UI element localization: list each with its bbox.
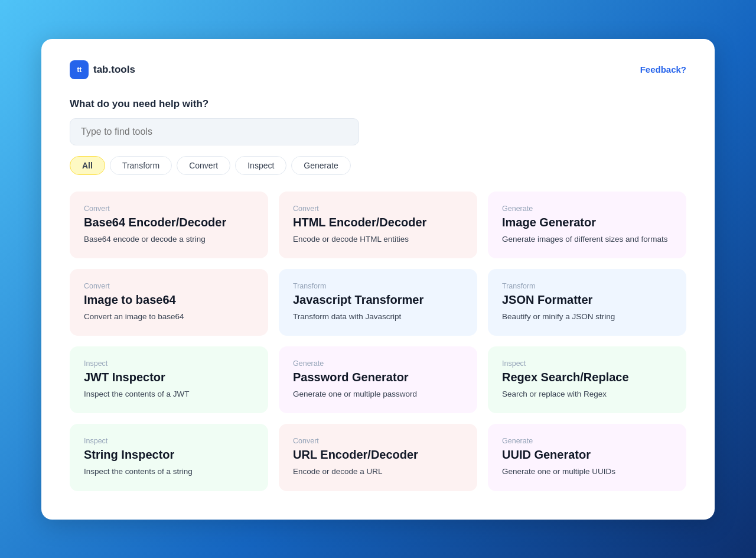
tool-card[interactable]: TransformJavascript TransformerTransform… bbox=[279, 269, 477, 336]
tool-card[interactable]: InspectRegex Search/ReplaceSearch or rep… bbox=[488, 346, 686, 413]
tool-category: Generate bbox=[293, 359, 463, 368]
tool-description: Transform data with Javascript bbox=[293, 311, 463, 323]
tool-card[interactable]: GenerateImage GeneratorGenerate images o… bbox=[488, 192, 686, 258]
logo-icon: tt bbox=[70, 60, 89, 79]
tool-description: Inspect the contents of a string bbox=[84, 466, 254, 478]
tool-description: Encode or decode a URL bbox=[293, 466, 463, 478]
filter-inspect[interactable]: Inspect bbox=[235, 156, 286, 175]
tool-card[interactable]: InspectJWT InspectorInspect the contents… bbox=[70, 346, 268, 413]
tool-name: UUID Generator bbox=[502, 447, 672, 462]
filter-generate[interactable]: Generate bbox=[291, 156, 350, 175]
filter-bar: All Transform Convert Inspect Generate bbox=[70, 156, 686, 175]
header: tt tab.tools Feedback? bbox=[70, 60, 686, 79]
logo: tt tab.tools bbox=[70, 60, 135, 79]
search-input[interactable] bbox=[70, 118, 359, 145]
tool-name: Base64 Encoder/Decoder bbox=[84, 215, 254, 229]
tool-category: Convert bbox=[293, 205, 463, 213]
tool-name: Regex Search/Replace bbox=[502, 370, 672, 384]
tool-card[interactable]: TransformJSON FormatterBeautify or minif… bbox=[488, 269, 686, 336]
tool-category: Convert bbox=[293, 437, 463, 445]
tool-name: Password Generator bbox=[293, 370, 463, 384]
logo-text: tab.tools bbox=[93, 64, 135, 76]
tool-description: Generate one or multiple UUIDs bbox=[502, 466, 672, 478]
tool-category: Inspect bbox=[502, 359, 672, 368]
tool-name: JWT Inspector bbox=[84, 370, 254, 384]
tool-description: Beautify or minify a JSON string bbox=[502, 311, 672, 323]
tool-description: Search or replace with Regex bbox=[502, 388, 672, 400]
main-card: tt tab.tools Feedback? What do you need … bbox=[41, 39, 715, 520]
tool-name: Image to base64 bbox=[84, 293, 254, 307]
tool-name: Image Generator bbox=[502, 215, 672, 229]
filter-all[interactable]: All bbox=[70, 156, 105, 175]
tool-description: Generate images of different sizes and f… bbox=[502, 233, 672, 245]
tool-card[interactable]: ConvertHTML Encoder/DecoderEncode or dec… bbox=[279, 192, 477, 258]
tool-card[interactable]: ConvertURL Encoder/DecoderEncode or deco… bbox=[279, 424, 477, 491]
tool-card[interactable]: ConvertBase64 Encoder/DecoderBase64 enco… bbox=[70, 192, 268, 258]
filter-transform[interactable]: Transform bbox=[110, 156, 172, 175]
tool-category: Convert bbox=[84, 282, 254, 290]
filter-convert[interactable]: Convert bbox=[177, 156, 230, 175]
tool-card[interactable]: GenerateUUID GeneratorGenerate one or mu… bbox=[488, 424, 686, 491]
tool-category: Inspect bbox=[84, 437, 254, 445]
section-title: What do you need help with? bbox=[70, 98, 686, 110]
tool-category: Generate bbox=[502, 205, 672, 213]
tool-category: Inspect bbox=[84, 359, 254, 368]
tool-name: JSON Formatter bbox=[502, 293, 672, 307]
tool-card[interactable]: InspectString InspectorInspect the conte… bbox=[70, 424, 268, 491]
tool-category: Transform bbox=[502, 282, 672, 290]
tool-card[interactable]: ConvertImage to base64Convert an image t… bbox=[70, 269, 268, 336]
tool-name: Javascript Transformer bbox=[293, 293, 463, 307]
tools-grid: ConvertBase64 Encoder/DecoderBase64 enco… bbox=[70, 192, 686, 491]
tool-description: Generate one or multiple password bbox=[293, 388, 463, 400]
tool-description: Encode or decode HTML entities bbox=[293, 233, 463, 245]
tool-description: Inspect the contents of a JWT bbox=[84, 388, 254, 400]
tool-category: Generate bbox=[502, 437, 672, 445]
tool-category: Transform bbox=[293, 282, 463, 290]
feedback-button[interactable]: Feedback? bbox=[640, 64, 686, 74]
tool-name: URL Encoder/Decoder bbox=[293, 447, 463, 462]
tool-category: Convert bbox=[84, 205, 254, 213]
tool-description: Convert an image to base64 bbox=[84, 311, 254, 323]
tool-name: HTML Encoder/Decoder bbox=[293, 215, 463, 229]
tool-description: Base64 encode or decode a string bbox=[84, 233, 254, 245]
tool-name: String Inspector bbox=[84, 447, 254, 462]
tool-card[interactable]: GeneratePassword GeneratorGenerate one o… bbox=[279, 346, 477, 413]
